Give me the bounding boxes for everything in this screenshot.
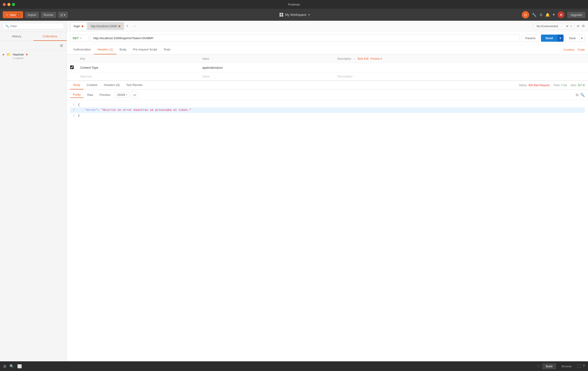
maximize-button[interactable] xyxy=(12,3,15,6)
code-content-2: "error": "Ocurrió un error mientras se p… xyxy=(78,107,191,113)
main-layout: 🔍 History Collections ⊞ ▶ 📁 Haulmer ★ 1 … xyxy=(0,21,588,361)
status-label: Status: 400 Bad Request xyxy=(519,84,549,87)
app-title: Postman xyxy=(288,3,300,6)
sidebar: 🔍 History Collections ⊞ ▶ 📁 Haulmer ★ 1 … xyxy=(0,21,67,361)
workspace-dropdown-icon: ▾ xyxy=(308,13,310,17)
proxy-button[interactable]: ⊡ ▾ xyxy=(58,12,68,18)
bulk-edit-button[interactable]: Bulk Edit xyxy=(358,57,368,60)
environment-selector[interactable]: No Environment ▾ xyxy=(533,23,575,30)
traffic-lights xyxy=(3,3,15,6)
new-key-cell[interactable]: New key xyxy=(77,72,199,81)
code-link[interactable]: Code xyxy=(578,48,585,52)
new-desc-cell[interactable]: Description xyxy=(334,72,588,81)
tab-authorization[interactable]: Authorization xyxy=(70,45,94,54)
settings-icon[interactable]: ⚙ xyxy=(539,13,543,17)
minimize-button[interactable] xyxy=(7,3,10,6)
request-tab-localhost[interactable]: http://localhost:10000 xyxy=(87,22,124,30)
more-tabs-button[interactable]: ··· xyxy=(131,23,138,30)
sidebar-actions: ⊞ xyxy=(0,41,67,50)
interceptor-icon[interactable]: 🔧 xyxy=(532,13,536,17)
resp-tab-test-results[interactable]: Test Results xyxy=(123,81,146,89)
new-button[interactable]: ＋ New ▾ xyxy=(3,11,23,18)
bottom-tab-build[interactable]: Build xyxy=(542,363,556,369)
notification-icon[interactable]: 🔔 xyxy=(545,13,550,17)
import-button[interactable]: Import xyxy=(25,12,39,18)
format-preview[interactable]: Preview xyxy=(97,92,113,98)
workspace-button[interactable]: My Workspace ▾ xyxy=(280,13,310,17)
tab-history[interactable]: History xyxy=(0,32,33,41)
format-raw[interactable]: Raw xyxy=(84,92,96,98)
code-line-1: 1 { xyxy=(70,102,585,107)
bottom-search-icon[interactable]: 🔍 xyxy=(10,364,14,369)
search-response-button[interactable]: 🔍 xyxy=(580,93,585,97)
upgrade-button[interactable]: Upgrade xyxy=(567,12,585,18)
response-tools: Pretty Raw Preview JSON ▾ ⇌ ⧉ 🔍 xyxy=(67,90,588,100)
folder-icon: 📁 xyxy=(6,52,11,57)
bottom-heart-icon[interactable]: ♡ xyxy=(537,364,540,369)
tab-body[interactable]: Body xyxy=(116,45,130,54)
new-value-cell[interactable]: Value xyxy=(199,72,334,81)
collection-item[interactable]: ▶ 📁 Haulmer ★ 1 request xyxy=(0,50,67,62)
format-pretty[interactable]: Pretty xyxy=(70,92,84,98)
headers-section: Key Value Description ··· Bulk Edit Pres… xyxy=(67,55,588,81)
response-status-bar: Status: 400 Bad Request Time: 7 ms Size:… xyxy=(519,84,585,87)
resp-tab-body[interactable]: Body xyxy=(70,81,84,89)
avatar[interactable]: H xyxy=(557,11,565,18)
header-row-1: Content-Type application/json xyxy=(67,63,588,72)
method-selector[interactable]: GET ▾ xyxy=(70,34,89,42)
th-value: Value xyxy=(199,55,334,63)
url-input[interactable] xyxy=(90,34,520,42)
star-icon[interactable]: ★ xyxy=(25,52,28,56)
heart-icon[interactable]: ♥ xyxy=(553,13,555,17)
bottom-tab-browse[interactable]: Browse xyxy=(558,363,575,369)
code-line-2: 2 "error": "Ocurrió un error mientras se… xyxy=(70,107,585,113)
save-button[interactable]: Save xyxy=(565,34,579,42)
header-key-cell[interactable]: Content-Type xyxy=(77,63,199,72)
more-options-button[interactable]: ··· xyxy=(353,57,356,61)
req-config-tabs: Authorization Headers (1) Body Pre-reque… xyxy=(67,45,588,55)
send-button[interactable]: Send xyxy=(541,35,557,42)
env-dropdown-arrow: ▾ xyxy=(570,24,572,28)
request-tab-login[interactable]: /login xyxy=(70,22,87,30)
header-checkbox-1[interactable] xyxy=(70,65,74,69)
json-select-wrap[interactable]: JSON ▾ xyxy=(115,92,129,98)
header-new-row: New key Value Description xyxy=(67,72,588,81)
chevron-right-icon: ▶ xyxy=(3,53,5,56)
tab-collections[interactable]: Collections xyxy=(33,32,67,41)
resp-tab-headers[interactable]: Headers (6) xyxy=(101,81,123,89)
runner-button[interactable]: Runner xyxy=(41,12,56,18)
word-wrap-button[interactable]: ⇌ xyxy=(131,92,138,98)
tab-prerequest[interactable]: Pre-request Script xyxy=(130,45,160,54)
resp-tab-cookies[interactable]: Cookies xyxy=(84,81,101,89)
search-input[interactable] xyxy=(10,24,61,28)
bottom-layout-icon[interactable]: ⊞ xyxy=(3,364,6,369)
headers-table: Key Value Description ··· Bulk Edit Pres… xyxy=(67,55,588,81)
params-button[interactable]: Params xyxy=(522,34,539,42)
save-dropdown-button[interactable]: ▾ xyxy=(579,34,585,42)
bottom-console-icon[interactable]: ⬜ xyxy=(17,364,22,369)
cookies-link[interactable]: Cookies xyxy=(564,48,574,52)
close-button[interactable] xyxy=(3,3,6,6)
tab-tests[interactable]: Tests xyxy=(160,45,174,54)
plus-icon: ＋ xyxy=(6,13,9,17)
tab-headers[interactable]: Headers (1) xyxy=(94,45,116,54)
bottom-help-icon[interactable]: ? xyxy=(583,364,585,368)
header-value-cell[interactable]: application/json xyxy=(199,63,334,72)
size-label: Size: 267 B xyxy=(571,84,585,87)
bottom-right: ♡ Build Browse ⛶ ? xyxy=(537,363,585,369)
collection-details: Haulmer ★ 1 request xyxy=(13,52,64,60)
env-settings-button[interactable]: ⚙ xyxy=(582,24,585,28)
copy-response-button[interactable]: ⧉ xyxy=(576,93,578,97)
preview-button[interactable]: 👁 xyxy=(577,24,580,28)
header-desc-cell[interactable] xyxy=(334,63,588,72)
new-dropdown-arrow[interactable]: ▾ xyxy=(17,13,20,17)
bottom-resize-icon[interactable]: ⛶ xyxy=(577,364,581,368)
new-tab-button[interactable]: + xyxy=(124,23,130,30)
header-checkbox-cell[interactable] xyxy=(67,63,77,72)
environment-select[interactable]: No Environment xyxy=(536,24,569,28)
new-collection-button[interactable]: ⊞ xyxy=(59,43,64,48)
presets-button[interactable]: Presets ▾ xyxy=(370,57,382,60)
response-body: 1 { 2 "error": "Ocurrió un error mientra… xyxy=(67,100,588,361)
search-input-wrap[interactable]: 🔍 xyxy=(3,23,64,29)
send-dropdown-button[interactable]: ▾ xyxy=(557,35,564,42)
